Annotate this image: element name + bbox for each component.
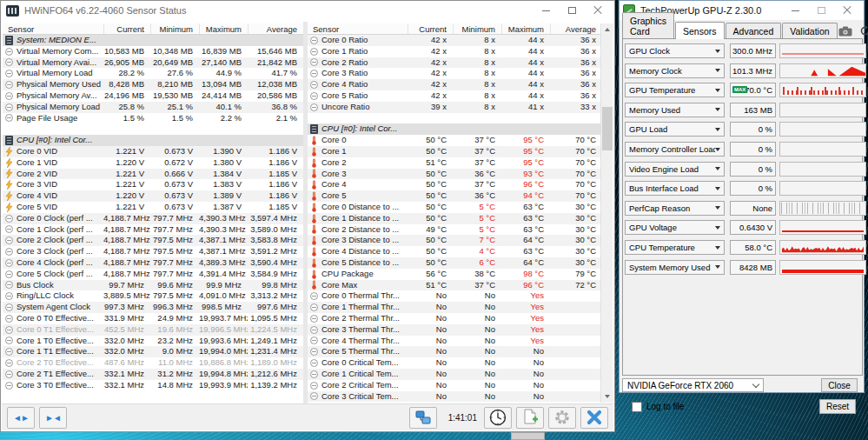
- minimize-button[interactable]: [533, 2, 559, 19]
- tab-advanced[interactable]: Advanced: [726, 23, 782, 39]
- table-row[interactable]: Core 4 Distance to ...50 °C4 °C63 °C30 °…: [308, 246, 602, 257]
- column-header[interactable]: Minimum: [453, 23, 501, 34]
- column-header[interactable]: Sensor: [3, 23, 103, 34]
- sensor-select[interactable]: Memory Clock: [625, 63, 725, 78]
- table-row[interactable]: Core 0 Ratio42 x8 x44 x36 x: [308, 35, 602, 46]
- table-row[interactable]: Core Max51 °C37 °C96 °C72 °C: [308, 280, 602, 291]
- hwinfo-titlebar[interactable]: HWiNFO64 v6.22-4060 Sensor Status: [1, 1, 614, 20]
- settings-button[interactable]: [548, 407, 576, 429]
- table-row[interactable]: Core 3 VID1.221 V0.673 V1.383 V1.186 V: [3, 179, 303, 190]
- table-row[interactable]: Core 0 Thermal Thr...NoNoYes: [308, 290, 602, 302]
- table-row[interactable]: Core 1 T1 Effective...332.0 MHz9.0 MHz19…: [3, 346, 303, 357]
- column-header[interactable]: Current: [103, 23, 150, 34]
- expand-columns-button[interactable]: ◄►: [7, 407, 35, 429]
- table-row[interactable]: Core 4 Clock (perf ...4,188.7 MHz797.7 M…: [3, 257, 303, 269]
- table-row[interactable]: Virtual Memory Avai...26,905 MB20,649 MB…: [3, 57, 303, 69]
- table-row[interactable]: Core 1 Clock (perf ...4,188.7 MHz797.7 M…: [3, 224, 303, 236]
- tab-sensors[interactable]: Sensors: [675, 22, 725, 39]
- table-row[interactable]: Core 2 VID1.221 V0.666 V1.384 V1.185 V: [3, 169, 303, 180]
- scroll-up-button[interactable]: [601, 23, 613, 36]
- refresh-icon[interactable]: [859, 25, 868, 37]
- table-row[interactable]: Core 2 Clock (perf ...4,188.7 MHz797.5 M…: [3, 235, 303, 246]
- column-header[interactable]: Average: [248, 23, 303, 34]
- table-row[interactable]: Uncore Ratio39 x8 x41 x33 x: [308, 102, 602, 113]
- table-row[interactable]: Core 1 Ratio42 x8 x44 x36 x: [308, 46, 602, 57]
- sensor-select[interactable]: GPU Voltage: [625, 220, 725, 235]
- report-button[interactable]: [516, 407, 544, 429]
- exit-button[interactable]: [580, 407, 608, 429]
- table-row[interactable]: Core 2 T1 Effective...332.1 MHz31.2 MHz1…: [3, 369, 303, 380]
- sensor-select[interactable]: Memory Used: [625, 103, 725, 117]
- close-window-button[interactable]: Close: [821, 378, 858, 392]
- gpuz-minimize-button[interactable]: [782, 2, 808, 19]
- table-row[interactable]: Core 4 VID1.220 V0.673 V1.389 V1.186 V: [3, 190, 303, 202]
- scroll-down-button[interactable]: [601, 390, 613, 403]
- table-row[interactable]: Core 2 T0 Effective...487.6 MHz11.0 MHz1…: [3, 357, 303, 369]
- sensor-select[interactable]: CPU Temperature: [625, 240, 725, 255]
- table-row[interactable]: Core 2 Ratio42 x8 x44 x36 x: [308, 57, 602, 69]
- column-header[interactable]: Sensor: [308, 23, 407, 34]
- table-row[interactable]: System: MEDION E...: [3, 35, 303, 46]
- table-row[interactable]: Core 4 Thermal Thr...NoNoYes: [308, 336, 602, 347]
- scroll-thumb[interactable]: [602, 107, 613, 150]
- sensor-select[interactable]: System Memory Used: [625, 260, 725, 275]
- collapse-columns-button[interactable]: ►◄: [39, 407, 67, 429]
- table-row[interactable]: Core 550 °C36 °C94 °C70 °C: [308, 190, 602, 202]
- maximize-button[interactable]: [559, 2, 585, 19]
- column-header[interactable]: Maximum: [199, 23, 248, 34]
- table-row[interactable]: Core 3 Critical Tem...NoNoNo: [308, 391, 602, 403]
- table-row[interactable]: Core 0 T0 Effective...331.9 MHz24.9 MHz1…: [3, 313, 303, 324]
- sensor-select[interactable]: GPU Clock: [625, 43, 725, 58]
- table-row[interactable]: Core 251 °C37 °C95 °C70 °C: [308, 157, 602, 169]
- table-row[interactable]: Ring/LLC Clock3,889.5 MHz797.5 MHz4,091.…: [3, 290, 303, 302]
- column-header[interactable]: Current: [407, 23, 453, 34]
- table-row[interactable]: Virtual Memory Com...10,583 MB10,348 MB1…: [3, 46, 303, 57]
- table-row[interactable]: Core 2 Distance to ...49 °C5 °C63 °C30 °…: [308, 224, 602, 236]
- table-row[interactable]: Core 450 °C37 °C96 °C70 °C: [308, 179, 602, 190]
- table-row[interactable]: Core 3 Clock (perf ...4,188.7 MHz797.5 M…: [3, 246, 303, 257]
- sensor-select[interactable]: Video Engine Load: [625, 162, 725, 177]
- table-row[interactable]: Core 1 Thermal Thr...NoNoYes: [308, 302, 602, 313]
- table-row[interactable]: Physical Memory Load25.8 %25.1 %40.1 %36…: [3, 102, 303, 113]
- column-header[interactable]: Minimum: [150, 23, 199, 34]
- table-row[interactable]: Core 1 VID1.220 V0.672 V1.380 V1.186 V: [3, 157, 303, 169]
- table-row[interactable]: Core 4 Ratio42 x8 x44 x36 x: [308, 79, 602, 90]
- table-row[interactable]: Core 1 Critical Tem...NoNoNo: [308, 369, 602, 380]
- table-row[interactable]: System Agent Clock997.3 MHz996.3 MHz998.…: [3, 302, 303, 313]
- table-row[interactable]: Physical Memory Av...24,196 MB19,530 MB2…: [3, 90, 303, 102]
- table-row[interactable]: Core 3 T0 Effective...332.1 MHz14.8 MHz1…: [3, 380, 303, 391]
- table-row[interactable]: Virtual Memory Load28.2 %27.6 %44.9 %41.…: [3, 68, 303, 79]
- remote-sensors-button[interactable]: [409, 407, 437, 429]
- close-button[interactable]: [585, 2, 611, 19]
- tab-graphics-card[interactable]: Graphics Card: [622, 12, 674, 39]
- scrollbar-vertical[interactable]: [600, 23, 613, 403]
- table-row[interactable]: Core 150 °C37 °C95 °C70 °C: [308, 146, 602, 157]
- sensor-select[interactable]: Bus Interface Load: [625, 181, 725, 196]
- sensor-select[interactable]: GPU Temperature: [625, 83, 725, 97]
- column-header[interactable]: Maximum: [501, 23, 550, 34]
- table-row[interactable]: Core 350 °C36 °C93 °C70 °C: [308, 169, 602, 180]
- table-row[interactable]: Core 3 Ratio42 x8 x44 x36 x: [308, 68, 602, 79]
- column-header[interactable]: Average: [550, 23, 602, 34]
- table-row[interactable]: Core 2 Thermal Thr...NoNoYes: [308, 313, 602, 324]
- sensor-select[interactable]: GPU Load: [625, 122, 725, 137]
- table-row[interactable]: Core 1 Distance to ...50 °C5 °C63 °C30 °…: [308, 213, 602, 224]
- table-row[interactable]: Core 1 T0 Effective...332.0 MHz23.2 MHz1…: [3, 336, 303, 347]
- sensor-select[interactable]: Memory Controller Load: [625, 142, 725, 157]
- camera-icon[interactable]: [838, 26, 852, 37]
- table-row[interactable]: Core 0 T1 Effective...452.5 MHz19.6 MHz1…: [3, 324, 303, 336]
- table-row[interactable]: Core 5 Clock (perf ...4,188.7 MHz797.7 M…: [3, 269, 303, 280]
- table-row[interactable]: Core 050 °C37 °C95 °C70 °C: [308, 135, 602, 146]
- gpuz-close-button[interactable]: [834, 2, 860, 19]
- table-row[interactable]: Core 3 Thermal Thr...NoNoYes: [308, 324, 602, 336]
- reset-button[interactable]: Reset: [819, 399, 856, 414]
- gpu-select-dropdown[interactable]: NVIDIA GeForce RTX 2060: [622, 378, 764, 392]
- table-row[interactable]: Core 5 Ratio42 x8 x44 x36 x: [308, 90, 602, 102]
- table-row[interactable]: Bus Clock99.7 MHz99.6 MHz99.9 MHz99.8 MH…: [3, 280, 303, 291]
- table-row[interactable]: Core 0 Clock (perf ...4,188.7 MHz797.7 M…: [3, 213, 303, 224]
- table-row[interactable]: CPU [#0]: Intel Cor...: [308, 123, 602, 135]
- tab-validation[interactable]: Validation: [782, 23, 837, 39]
- table-row[interactable]: Physical Memory Used8,428 MB8,210 MB13,0…: [3, 79, 303, 90]
- table-row[interactable]: Core 3 Distance to ...50 °C7 °C64 °C30 °…: [308, 235, 602, 246]
- table-row[interactable]: Page File Usage1.5 %1.5 %2.2 %2.1 %: [3, 113, 303, 124]
